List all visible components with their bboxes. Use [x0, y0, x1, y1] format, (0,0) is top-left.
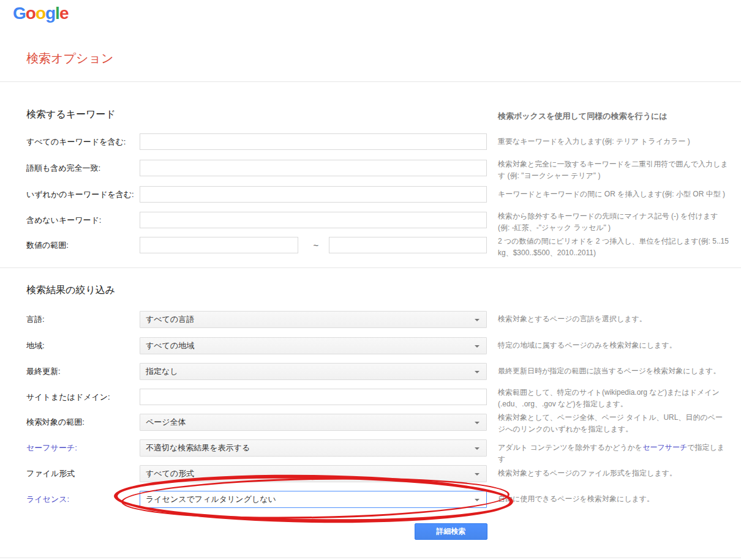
range-tilde: ~: [303, 237, 329, 253]
chevron-down-icon: [475, 319, 480, 321]
logo-letter: g: [45, 4, 55, 23]
narrow-section-title: 検索結果の絞り込み: [26, 284, 115, 297]
dropdown-last-update-value: 指定なし: [146, 367, 178, 376]
divider: [0, 267, 741, 268]
label-site-domain: サイトまたはドメイン:: [26, 389, 110, 405]
safesearch-help-link[interactable]: セーフサーチ: [642, 443, 687, 452]
chevron-down-icon: [475, 422, 480, 424]
dropdown-region[interactable]: すべての地域: [140, 337, 487, 354]
help-terms-appearing: 検索対象として、ページ全体、ページ タイトル、URL、目的のページへのリンクのい…: [498, 412, 729, 435]
dropdown-safesearch-value: 不適切な検索結果を表示する: [146, 443, 250, 452]
dropdown-file-type[interactable]: すべての形式: [140, 465, 487, 482]
input-exact-phrase[interactable]: [140, 160, 487, 176]
label-safesearch-link[interactable]: セーフサーチ:: [26, 439, 77, 456]
chevron-down-icon: [475, 447, 480, 450]
dropdown-terms-appearing-value: ページ全体: [146, 417, 186, 427]
help-column-header: 検索ボックスを使用して同様の検索を行うには: [498, 111, 731, 122]
logo-letter: l: [55, 4, 59, 23]
dropdown-license-value: ライセンスでフィルタリングしない: [146, 495, 276, 504]
dropdown-safesearch[interactable]: 不適切な検索結果を表示する: [140, 439, 487, 457]
input-none-keywords[interactable]: [140, 212, 487, 228]
label-last-update: 最終更新:: [26, 363, 61, 379]
help-none-keywords: 検索から除外するキーワードの先頭にマイナス記号 (-) を付けます(例: -紅茶…: [498, 211, 729, 234]
help-all-keywords: 重要なキーワードを入力します(例: テリア トライカラー ): [498, 136, 729, 147]
dropdown-file-type-value: すべての形式: [146, 469, 194, 478]
dropdown-last-update[interactable]: 指定なし: [140, 363, 487, 380]
label-language: 言語:: [26, 311, 45, 327]
advanced-search-page: { "page": { "title": "検索オプション" }, "logo"…: [0, 0, 741, 560]
chevron-down-icon: [475, 499, 480, 501]
chevron-down-icon: [475, 473, 480, 476]
divider: [0, 81, 741, 82]
chevron-down-icon: [475, 371, 480, 373]
label-license-link[interactable]: ライセンス:: [26, 491, 69, 507]
input-any-keywords[interactable]: [140, 186, 487, 203]
help-any-keywords: キーワードとキーワードの間に OR を挿入します(例: 小型 OR 中型 ): [498, 189, 729, 200]
logo-letter: G: [13, 4, 26, 23]
dropdown-license[interactable]: ライセンスでフィルタリングしない: [140, 491, 487, 508]
label-any-keywords: いずれかのキーワードを含む:: [26, 186, 134, 203]
help-safesearch: アダルト コンテンツを除外するかどうかをセーフサーチで指定します: [498, 442, 729, 465]
logo-letter: o: [26, 4, 36, 23]
help-safesearch-prefix: アダルト コンテンツを除外するかどうかを: [498, 443, 642, 452]
dropdown-language-value: すべての言語: [146, 315, 194, 324]
google-logo[interactable]: Google: [13, 4, 68, 23]
help-number-range: 2 つの数値の間にピリオドを 2 つ挿入し、単位を付記します(例: 5..15 …: [498, 236, 729, 259]
dropdown-terms-appearing[interactable]: ページ全体: [140, 414, 487, 431]
label-exact-phrase: 語順も含め完全一致:: [26, 160, 100, 176]
dropdown-language[interactable]: すべての言語: [140, 311, 487, 328]
chevron-down-icon: [475, 345, 480, 348]
label-all-keywords: すべてのキーワードを含む:: [26, 133, 126, 150]
help-exact-phrase: 検索対象と完全に一致するキーワードを二重引用符で囲んで入力します (例: "ヨー…: [498, 159, 729, 182]
advanced-search-button[interactable]: 詳細検索: [415, 523, 487, 540]
input-number-range-to[interactable]: [329, 237, 487, 253]
input-number-range-from[interactable]: [140, 237, 298, 253]
logo-letter: e: [59, 4, 69, 23]
help-region: 特定の地域に属するページのみを検索対象にします。: [498, 340, 729, 351]
help-language: 検索対象とするページの言語を選択します。: [498, 313, 729, 325]
label-none-keywords: 含めないキーワード:: [26, 212, 101, 228]
divider: [0, 558, 741, 558]
help-last-update: 最終更新日時が指定の範囲に該当するページを検索対象にします。: [498, 365, 729, 377]
page-title: 検索オプション: [26, 50, 113, 67]
label-region: 地域:: [26, 337, 45, 354]
dropdown-region-value: すべての地域: [146, 341, 194, 350]
label-number-range: 数値の範囲:: [26, 237, 69, 253]
label-file-type: ファイル形式: [26, 465, 75, 482]
label-terms-appearing: 検索対象の範囲:: [26, 414, 85, 430]
logo-letter: o: [36, 4, 45, 23]
keywords-section-title: 検索するキーワード: [26, 108, 116, 121]
help-file-type: 検索対象とするページのファイル形式を指定します。: [498, 468, 729, 479]
help-site-domain: 検索範囲として、特定のサイト(wikipedia.org など)またはドメイン(…: [498, 387, 729, 410]
input-site-domain[interactable]: [140, 389, 487, 405]
help-license: 自由に使用できるページを検索対象にします。: [498, 493, 729, 505]
input-all-keywords[interactable]: [140, 133, 487, 150]
